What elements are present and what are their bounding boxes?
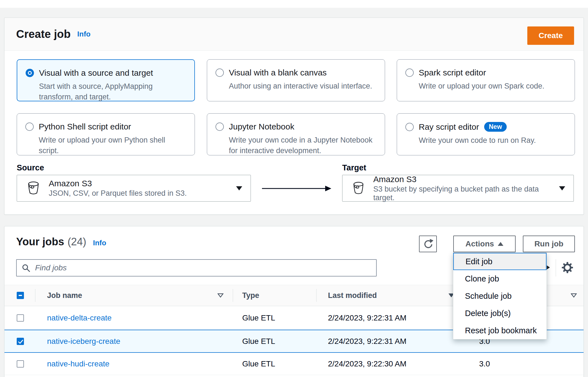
refresh-button[interactable]: [419, 236, 437, 252]
job-type: Glue ETL: [242, 353, 275, 375]
chevron-down-icon: [236, 186, 242, 190]
job-name-link[interactable]: native-delta-create: [47, 306, 112, 329]
row-checkbox[interactable]: [17, 314, 24, 322]
menu-item-reset-job-bookmark[interactable]: Reset job bookmark: [453, 322, 547, 339]
page: Create job Info Create Visual with a sou…: [0, 0, 588, 377]
your-jobs-title: Your jobs: [16, 236, 64, 248]
option-description: Write your own code in a Jupyter Noteboo…: [229, 135, 375, 156]
source-name: Amazon S3: [49, 179, 187, 188]
source-to-target-arrow: [262, 184, 332, 193]
s3-bucket-icon: [25, 180, 41, 196]
new-badge: New: [484, 122, 507, 132]
row-checkbox[interactable]: [17, 360, 24, 368]
job-name-filter-icon[interactable]: [217, 285, 224, 306]
glue-version-filter-icon[interactable]: [571, 285, 577, 306]
option-title: Ray script editor: [419, 122, 479, 132]
source-label: Source: [17, 163, 44, 172]
actions-button-label: Actions: [465, 239, 494, 248]
preferences-button[interactable]: [562, 262, 573, 275]
option-visual-blank-canvas[interactable]: Visual with a blank canvas Author using …: [207, 59, 385, 101]
caret-up-icon: [498, 242, 503, 246]
page-title: Create job: [16, 28, 71, 40]
job-glue-version: 3.0: [479, 353, 490, 375]
option-description: Write or upload your own Python shell sc…: [39, 135, 185, 156]
target-description: S3 bucket by specifying a bucket path as…: [373, 185, 552, 202]
column-header-job-name[interactable]: Job name: [47, 285, 82, 306]
radio-icon[interactable]: [215, 123, 224, 131]
your-jobs-title-row: Your jobs (24) Info: [16, 236, 106, 248]
top-strip: [0, 0, 588, 8]
column-divider: [35, 289, 35, 302]
option-description: Start with a source, ApplyMapping transf…: [39, 81, 185, 102]
menu-item-edit-job[interactable]: Edit job: [453, 253, 547, 270]
target-select[interactable]: Amazon S3 S3 bucket by specifying a buck…: [342, 175, 574, 202]
create-job-info-link[interactable]: Info: [77, 30, 91, 38]
source-select[interactable]: Amazon S3 JSON, CSV, or Parquet files st…: [17, 175, 251, 202]
option-description: Write or upload your own Spark code.: [419, 81, 565, 91]
jobs-count: (24): [67, 236, 86, 248]
menu-item-schedule-job[interactable]: Schedule job: [453, 287, 547, 305]
option-visual-source-target[interactable]: Visual with a source and target Start wi…: [17, 59, 195, 101]
refresh-icon: [423, 239, 433, 249]
job-last-modified: 2/24/2023, 9:22:31 AM: [328, 330, 406, 352]
radio-icon[interactable]: [215, 68, 224, 77]
job-type: Glue ETL: [242, 306, 275, 329]
option-title: Jupyter Notebook: [229, 122, 294, 131]
option-title: Visual with a blank canvas: [229, 68, 327, 77]
target-name: Amazon S3: [373, 175, 552, 184]
radio-icon[interactable]: [25, 123, 34, 131]
create-job-header: Create job Info Create: [4, 18, 584, 51]
create-job-panel: Create job Info Create Visual with a sou…: [4, 18, 584, 215]
column-divider: [316, 289, 317, 302]
find-jobs-searchbox[interactable]: [16, 259, 377, 276]
job-last-modified: 2/24/2023, 9:22:30 AM: [328, 353, 406, 375]
option-python-shell-editor[interactable]: Python Shell script editor Write or uplo…: [17, 113, 195, 155]
actions-dropdown-menu: Edit job Clone job Schedule job Delete j…: [453, 253, 547, 339]
column-header-type[interactable]: Type: [242, 285, 259, 306]
job-type: Glue ETL: [242, 330, 275, 352]
option-ray-script-editor[interactable]: Ray script editor New Write your own cod…: [397, 113, 575, 155]
option-description: Author using an interactive visual inter…: [229, 81, 375, 91]
find-jobs-input[interactable]: [35, 263, 371, 273]
source-description: JSON, CSV, or Parquet files stored in S3…: [49, 189, 187, 198]
your-jobs-info-link[interactable]: Info: [93, 239, 106, 247]
chevron-down-icon: [559, 186, 565, 190]
option-title: Spark script editor: [419, 68, 486, 77]
menu-item-clone-job[interactable]: Clone job: [453, 270, 547, 287]
option-spark-script-editor[interactable]: Spark script editor Write or upload your…: [397, 59, 575, 101]
column-divider: [233, 289, 233, 302]
menu-item-delete-jobs[interactable]: Delete job(s): [453, 305, 547, 322]
gear-icon: [562, 262, 573, 273]
search-icon: [22, 264, 30, 272]
your-jobs-panel: Your jobs (24) Info Actions Run job: [4, 226, 584, 377]
row-checkbox[interactable]: [17, 338, 24, 345]
option-title: Python Shell script editor: [39, 122, 131, 131]
radio-icon[interactable]: [405, 68, 414, 77]
toolbar-divider: [556, 259, 556, 276]
create-button[interactable]: Create: [527, 26, 574, 45]
radio-icon[interactable]: [405, 123, 414, 131]
table-row[interactable]: native-hudi-create Glue ETL 2/24/2023, 9…: [4, 353, 584, 375]
target-label: Target: [342, 163, 366, 172]
radio-selected-icon[interactable]: [26, 69, 34, 77]
option-title: Visual with a source and target: [39, 68, 153, 78]
actions-button[interactable]: Actions: [453, 236, 516, 252]
job-name-link[interactable]: native-hudi-create: [47, 353, 109, 375]
option-description: Write your own code to run on Ray.: [419, 135, 565, 146]
job-last-modified: 2/24/2023, 9:22:31 AM: [328, 306, 406, 329]
select-all-checkbox-cell: [17, 285, 24, 306]
select-all-checkbox[interactable]: [17, 292, 24, 299]
option-jupyter-notebook[interactable]: Jupyter Notebook Write your own code in …: [207, 113, 385, 155]
column-header-last-modified[interactable]: Last modified: [328, 285, 377, 306]
s3-bucket-icon: [351, 180, 366, 196]
run-job-button[interactable]: Run job: [523, 236, 575, 252]
job-name-link[interactable]: native-iceberg-create: [47, 330, 120, 352]
